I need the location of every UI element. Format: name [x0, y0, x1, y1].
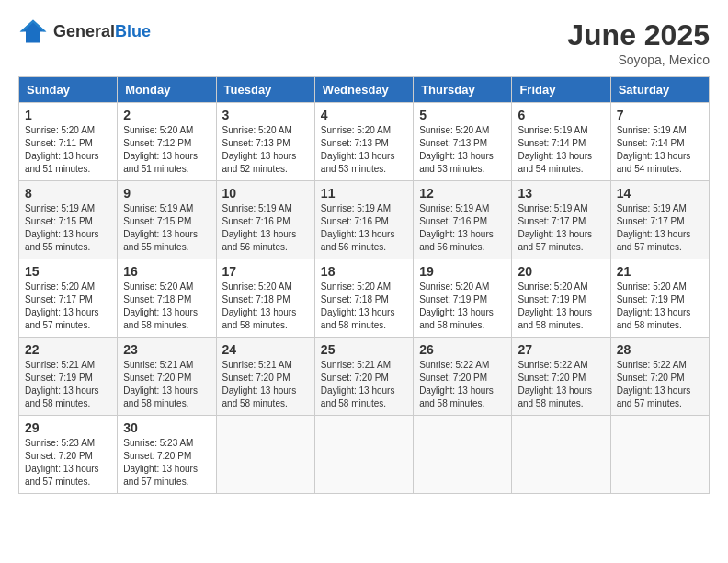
table-row: 3 Sunrise: 5:20 AM Sunset: 7:13 PM Dayli…: [216, 103, 314, 181]
calendar-week-1: 1 Sunrise: 5:20 AM Sunset: 7:11 PM Dayli…: [19, 103, 710, 181]
cell-info: Sunrise: 5:23 AM Sunset: 7:20 PM Dayligh…: [123, 437, 210, 488]
table-row: 4 Sunrise: 5:20 AM Sunset: 7:13 PM Dayli…: [314, 103, 413, 181]
title-area: June 2025 Soyopa, Mexico: [567, 18, 710, 67]
col-monday: Monday: [118, 77, 216, 103]
col-friday: Friday: [512, 77, 610, 103]
day-number: 6: [518, 108, 604, 122]
cell-info: Sunrise: 5:21 AM Sunset: 7:20 PM Dayligh…: [222, 359, 309, 410]
table-row: 19 Sunrise: 5:20 AM Sunset: 7:19 PM Dayl…: [414, 259, 512, 338]
day-number: 27: [518, 342, 604, 357]
calendar-week-5: 29 Sunrise: 5:23 AM Sunset: 7:20 PM Dayl…: [19, 416, 710, 494]
logo: GeneralBlue: [18, 18, 151, 44]
cell-info: Sunrise: 5:22 AM Sunset: 7:20 PM Dayligh…: [518, 359, 604, 410]
table-row: 9 Sunrise: 5:19 AM Sunset: 7:15 PM Dayli…: [118, 181, 216, 259]
day-number: 16: [123, 264, 210, 279]
day-number: 7: [617, 108, 703, 122]
day-number: 13: [518, 186, 604, 201]
col-sunday: Sunday: [19, 77, 118, 103]
day-number: 12: [419, 186, 506, 201]
cell-info: Sunrise: 5:19 AM Sunset: 7:14 PM Dayligh…: [518, 124, 604, 176]
cell-info: Sunrise: 5:20 AM Sunset: 7:12 PM Dayligh…: [123, 124, 210, 176]
table-row: 1 Sunrise: 5:20 AM Sunset: 7:11 PM Dayli…: [19, 103, 118, 181]
table-row: 22 Sunrise: 5:21 AM Sunset: 7:19 PM Dayl…: [19, 338, 118, 416]
col-thursday: Thursday: [414, 77, 512, 103]
cell-info: Sunrise: 5:21 AM Sunset: 7:20 PM Dayligh…: [321, 359, 407, 410]
day-number: 20: [518, 264, 604, 279]
cell-info: Sunrise: 5:21 AM Sunset: 7:19 PM Dayligh…: [25, 359, 111, 410]
table-row: [216, 416, 314, 494]
col-wednesday: Wednesday: [314, 77, 413, 103]
table-row: [610, 416, 709, 494]
location-title: Soyopa, Mexico: [567, 52, 710, 67]
day-number: 15: [25, 264, 111, 279]
day-number: 3: [222, 108, 309, 122]
cell-info: Sunrise: 5:23 AM Sunset: 7:20 PM Dayligh…: [25, 437, 111, 488]
table-row: 23 Sunrise: 5:21 AM Sunset: 7:20 PM Dayl…: [118, 338, 216, 416]
cell-info: Sunrise: 5:21 AM Sunset: 7:20 PM Dayligh…: [123, 359, 210, 410]
month-title: June 2025: [567, 18, 710, 52]
logo-icon: [18, 18, 48, 44]
day-number: 22: [25, 342, 111, 357]
header-row: Sunday Monday Tuesday Wednesday Thursday…: [19, 77, 710, 103]
logo-general: General: [53, 22, 115, 40]
cell-info: Sunrise: 5:19 AM Sunset: 7:17 PM Dayligh…: [617, 202, 703, 254]
day-number: 19: [419, 264, 506, 279]
cell-info: Sunrise: 5:22 AM Sunset: 7:20 PM Dayligh…: [419, 359, 506, 410]
table-row: [414, 416, 512, 494]
page-header: GeneralBlue June 2025 Soyopa, Mexico: [18, 18, 710, 67]
col-tuesday: Tuesday: [216, 77, 314, 103]
table-row: 14 Sunrise: 5:19 AM Sunset: 7:17 PM Dayl…: [610, 181, 709, 259]
day-number: 18: [321, 264, 407, 279]
day-number: 14: [617, 186, 703, 201]
table-row: 21 Sunrise: 5:20 AM Sunset: 7:19 PM Dayl…: [610, 259, 709, 338]
cell-info: Sunrise: 5:19 AM Sunset: 7:17 PM Dayligh…: [518, 202, 604, 254]
cell-info: Sunrise: 5:20 AM Sunset: 7:13 PM Dayligh…: [321, 124, 407, 176]
table-row: 16 Sunrise: 5:20 AM Sunset: 7:18 PM Dayl…: [118, 259, 216, 338]
table-row: 2 Sunrise: 5:20 AM Sunset: 7:12 PM Dayli…: [118, 103, 216, 181]
cell-info: Sunrise: 5:20 AM Sunset: 7:19 PM Dayligh…: [617, 281, 703, 332]
day-number: 30: [123, 420, 210, 435]
table-row: 30 Sunrise: 5:23 AM Sunset: 7:20 PM Dayl…: [118, 416, 216, 494]
day-number: 4: [321, 108, 407, 122]
cell-info: Sunrise: 5:20 AM Sunset: 7:13 PM Dayligh…: [419, 124, 506, 176]
day-number: 8: [25, 186, 111, 201]
cell-info: Sunrise: 5:19 AM Sunset: 7:16 PM Dayligh…: [419, 202, 506, 254]
table-row: 7 Sunrise: 5:19 AM Sunset: 7:14 PM Dayli…: [610, 103, 709, 181]
calendar-week-3: 15 Sunrise: 5:20 AM Sunset: 7:17 PM Dayl…: [19, 259, 710, 338]
table-row: 8 Sunrise: 5:19 AM Sunset: 7:15 PM Dayli…: [19, 181, 118, 259]
cell-info: Sunrise: 5:20 AM Sunset: 7:13 PM Dayligh…: [222, 124, 309, 176]
day-number: 5: [419, 108, 506, 122]
table-row: 26 Sunrise: 5:22 AM Sunset: 7:20 PM Dayl…: [414, 338, 512, 416]
table-row: [314, 416, 413, 494]
table-row: 11 Sunrise: 5:19 AM Sunset: 7:16 PM Dayl…: [314, 181, 413, 259]
day-number: 11: [321, 186, 407, 201]
table-row: 29 Sunrise: 5:23 AM Sunset: 7:20 PM Dayl…: [19, 416, 118, 494]
table-row: 12 Sunrise: 5:19 AM Sunset: 7:16 PM Dayl…: [414, 181, 512, 259]
table-row: 20 Sunrise: 5:20 AM Sunset: 7:19 PM Dayl…: [512, 259, 610, 338]
cell-info: Sunrise: 5:20 AM Sunset: 7:17 PM Dayligh…: [25, 281, 111, 332]
calendar-week-2: 8 Sunrise: 5:19 AM Sunset: 7:15 PM Dayli…: [19, 181, 710, 259]
svg-marker-0: [20, 20, 47, 43]
table-row: 28 Sunrise: 5:22 AM Sunset: 7:20 PM Dayl…: [610, 338, 709, 416]
cell-info: Sunrise: 5:20 AM Sunset: 7:18 PM Dayligh…: [222, 281, 309, 332]
cell-info: Sunrise: 5:19 AM Sunset: 7:16 PM Dayligh…: [222, 202, 309, 254]
cell-info: Sunrise: 5:20 AM Sunset: 7:18 PM Dayligh…: [123, 281, 210, 332]
day-number: 10: [222, 186, 309, 201]
logo-blue: Blue: [115, 22, 151, 40]
cell-info: Sunrise: 5:20 AM Sunset: 7:11 PM Dayligh…: [25, 124, 111, 176]
table-row: 13 Sunrise: 5:19 AM Sunset: 7:17 PM Dayl…: [512, 181, 610, 259]
cell-info: Sunrise: 5:20 AM Sunset: 7:18 PM Dayligh…: [321, 281, 407, 332]
cell-info: Sunrise: 5:19 AM Sunset: 7:16 PM Dayligh…: [321, 202, 407, 254]
cell-info: Sunrise: 5:20 AM Sunset: 7:19 PM Dayligh…: [419, 281, 506, 332]
cell-info: Sunrise: 5:19 AM Sunset: 7:15 PM Dayligh…: [25, 202, 111, 254]
day-number: 17: [222, 264, 309, 279]
day-number: 1: [25, 108, 111, 122]
table-row: 15 Sunrise: 5:20 AM Sunset: 7:17 PM Dayl…: [19, 259, 118, 338]
table-row: 6 Sunrise: 5:19 AM Sunset: 7:14 PM Dayli…: [512, 103, 610, 181]
table-row: 25 Sunrise: 5:21 AM Sunset: 7:20 PM Dayl…: [314, 338, 413, 416]
table-row: 5 Sunrise: 5:20 AM Sunset: 7:13 PM Dayli…: [414, 103, 512, 181]
day-number: 9: [123, 186, 210, 201]
table-row: 10 Sunrise: 5:19 AM Sunset: 7:16 PM Dayl…: [216, 181, 314, 259]
table-row: [512, 416, 610, 494]
day-number: 23: [123, 342, 210, 357]
